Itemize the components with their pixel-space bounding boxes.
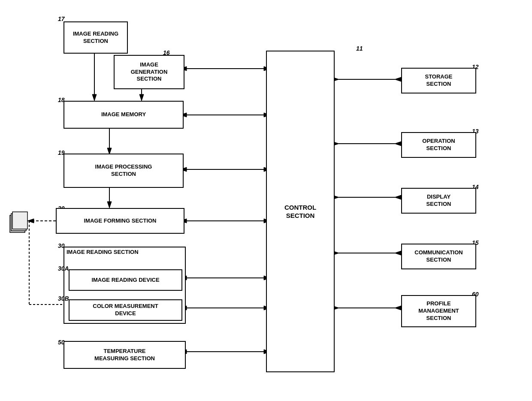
paper-stack [8, 210, 29, 238]
svg-marker-17 [107, 202, 112, 208]
svg-marker-45 [395, 195, 401, 199]
svg-marker-51 [395, 306, 401, 310]
box-image-generation-section: IMAGEGENERATIONSECTION [114, 55, 184, 89]
box-operation-section: OPERATIONSECTION [401, 132, 476, 158]
box-image-processing-section: IMAGE PROCESSINGSECTION [63, 154, 184, 188]
svg-marker-42 [395, 142, 401, 146]
box-display-section: DISPLAYSECTION [401, 188, 476, 214]
svg-rect-55 [12, 212, 27, 229]
box-profile-management-section: PROFILEMANAGEMENTSECTION [401, 295, 476, 327]
label-image-reading-section-30: IMAGE READING SECTION [66, 249, 139, 255]
box-communication-section: COMMUNICATIONSECTION [401, 244, 476, 269]
label-30B: 30B [58, 295, 69, 302]
box-control-section: CONTROLSECTION [266, 51, 335, 372]
box-color-measurement-device: COLOR MEASUREMENTDEVICE [69, 299, 182, 321]
svg-marker-48 [395, 251, 401, 255]
label-11: 11 [356, 45, 363, 52]
label-30A: 30A [58, 265, 69, 272]
box-image-memory: IMAGE MEMORY [63, 101, 184, 129]
svg-marker-3 [139, 94, 144, 101]
svg-marker-39 [395, 77, 401, 81]
svg-marker-1 [92, 94, 97, 101]
box-image-reading-device: IMAGE READING DEVICE [69, 269, 182, 291]
box-temperature-measuring-section: TEMPERATUREMEASURING SECTION [63, 341, 186, 369]
box-image-forming-section: IMAGE FORMING SECTION [56, 208, 184, 234]
diagram: 17 IMAGE READINGSECTION 16 IMAGEGENERATI… [0, 0, 532, 401]
box-image-reading-section-top: IMAGE READINGSECTION [63, 21, 128, 54]
box-storage-section: STORAGESECTION [401, 68, 476, 93]
